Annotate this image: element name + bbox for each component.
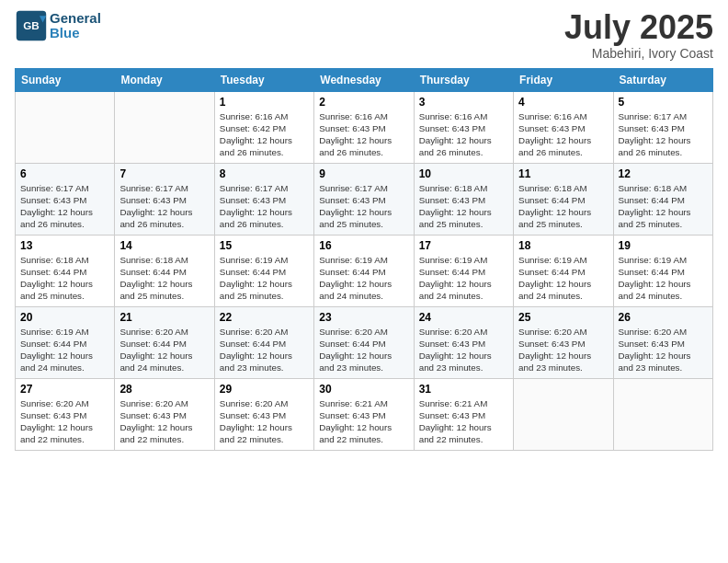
day-number: 3: [419, 96, 508, 109]
day-detail: Sunrise: 6:19 AMSunset: 6:44 PMDaylight:…: [518, 254, 608, 303]
day-detail: Sunrise: 6:17 AMSunset: 6:43 PMDaylight:…: [220, 182, 309, 231]
calendar-cell: 11Sunrise: 6:18 AMSunset: 6:44 PMDayligh…: [514, 163, 613, 235]
day-header-sunday: Sunday: [16, 68, 115, 91]
day-detail: Sunrise: 6:17 AMSunset: 6:43 PMDaylight:…: [119, 182, 209, 231]
day-detail: Sunrise: 6:18 AMSunset: 6:44 PMDaylight:…: [20, 254, 109, 303]
day-detail: Sunrise: 6:18 AMSunset: 6:44 PMDaylight:…: [619, 182, 708, 231]
svg-text:GB: GB: [23, 19, 40, 31]
day-detail: Sunrise: 6:18 AMSunset: 6:44 PMDaylight:…: [518, 182, 608, 231]
day-detail: Sunrise: 6:16 AMSunset: 6:43 PMDaylight:…: [319, 110, 408, 159]
day-number: 23: [319, 311, 408, 324]
day-number: 12: [619, 167, 708, 180]
location: Mabehiri, Ivory Coast: [564, 46, 713, 61]
calendar-cell: 29Sunrise: 6:20 AMSunset: 6:43 PMDayligh…: [214, 378, 313, 450]
day-number: 26: [619, 311, 708, 324]
calendar-cell: 13Sunrise: 6:18 AMSunset: 6:44 PMDayligh…: [16, 235, 115, 306]
calendar-cell: 4Sunrise: 6:16 AMSunset: 6:43 PMDaylight…: [514, 91, 613, 163]
day-detail: Sunrise: 6:20 AMSunset: 6:44 PMDaylight:…: [119, 326, 209, 374]
day-number: 11: [518, 167, 608, 180]
day-detail: Sunrise: 6:17 AMSunset: 6:43 PMDaylight:…: [619, 110, 708, 159]
day-number: 25: [518, 311, 608, 324]
calendar-cell: 26Sunrise: 6:20 AMSunset: 6:43 PMDayligh…: [613, 306, 712, 378]
calendar-cell: 14Sunrise: 6:18 AMSunset: 6:44 PMDayligh…: [115, 235, 214, 306]
day-detail: Sunrise: 6:20 AMSunset: 6:43 PMDaylight:…: [220, 397, 309, 446]
calendar-cell: 25Sunrise: 6:20 AMSunset: 6:43 PMDayligh…: [514, 306, 613, 378]
calendar-cell: 22Sunrise: 6:20 AMSunset: 6:44 PMDayligh…: [214, 306, 313, 378]
day-number: 28: [119, 383, 209, 396]
day-detail: Sunrise: 6:20 AMSunset: 6:43 PMDaylight:…: [518, 326, 608, 374]
day-detail: Sunrise: 6:19 AMSunset: 6:44 PMDaylight:…: [619, 254, 708, 303]
calendar-week-row: 1Sunrise: 6:16 AMSunset: 6:42 PMDaylight…: [16, 91, 713, 163]
calendar-cell: 19Sunrise: 6:19 AMSunset: 6:44 PMDayligh…: [613, 235, 712, 306]
day-header-thursday: Thursday: [414, 68, 513, 91]
month-title: July 2025: [564, 9, 713, 46]
day-number: 13: [20, 239, 109, 252]
day-detail: Sunrise: 6:19 AMSunset: 6:44 PMDaylight:…: [419, 254, 508, 303]
calendar-cell: [514, 378, 613, 450]
calendar-cell: 15Sunrise: 6:19 AMSunset: 6:44 PMDayligh…: [214, 235, 313, 306]
day-detail: Sunrise: 6:19 AMSunset: 6:44 PMDaylight:…: [220, 254, 309, 303]
calendar-cell: 31Sunrise: 6:21 AMSunset: 6:43 PMDayligh…: [414, 378, 513, 450]
day-detail: Sunrise: 6:16 AMSunset: 6:43 PMDaylight:…: [419, 110, 508, 159]
day-header-wednesday: Wednesday: [314, 68, 414, 91]
day-detail: Sunrise: 6:20 AMSunset: 6:43 PMDaylight:…: [119, 397, 209, 446]
day-number: 14: [119, 239, 209, 252]
logo-line1: General: [50, 11, 101, 27]
day-detail: Sunrise: 6:21 AMSunset: 6:43 PMDaylight:…: [419, 397, 508, 446]
calendar-cell: 27Sunrise: 6:20 AMSunset: 6:43 PMDayligh…: [16, 378, 115, 450]
day-number: 16: [319, 239, 408, 252]
day-header-saturday: Saturday: [613, 68, 712, 91]
calendar-cell: 12Sunrise: 6:18 AMSunset: 6:44 PMDayligh…: [613, 163, 712, 235]
calendar-cell: 9Sunrise: 6:17 AMSunset: 6:43 PMDaylight…: [314, 163, 414, 235]
calendar-week-row: 13Sunrise: 6:18 AMSunset: 6:44 PMDayligh…: [16, 235, 713, 306]
day-number: 17: [419, 239, 508, 252]
calendar-cell: 16Sunrise: 6:19 AMSunset: 6:44 PMDayligh…: [314, 235, 414, 306]
logo-line2: Blue: [50, 26, 101, 41]
day-detail: Sunrise: 6:20 AMSunset: 6:43 PMDaylight:…: [419, 326, 508, 374]
calendar-week-row: 27Sunrise: 6:20 AMSunset: 6:43 PMDayligh…: [16, 378, 713, 450]
day-number: 9: [319, 167, 408, 180]
day-detail: Sunrise: 6:17 AMSunset: 6:43 PMDaylight:…: [20, 182, 109, 231]
calendar-cell: 30Sunrise: 6:21 AMSunset: 6:43 PMDayligh…: [314, 378, 414, 450]
logo: GB General Blue: [15, 9, 101, 42]
calendar-cell: 2Sunrise: 6:16 AMSunset: 6:43 PMDaylight…: [314, 91, 414, 163]
day-detail: Sunrise: 6:20 AMSunset: 6:43 PMDaylight:…: [619, 326, 708, 374]
day-detail: Sunrise: 6:18 AMSunset: 6:44 PMDaylight:…: [119, 254, 209, 303]
day-number: 4: [518, 96, 608, 109]
day-number: 22: [220, 311, 309, 324]
day-detail: Sunrise: 6:20 AMSunset: 6:44 PMDaylight:…: [220, 326, 309, 374]
day-number: 31: [419, 383, 508, 396]
day-number: 18: [518, 239, 608, 252]
day-number: 10: [419, 167, 508, 180]
calendar-cell: 24Sunrise: 6:20 AMSunset: 6:43 PMDayligh…: [414, 306, 513, 378]
day-number: 2: [319, 96, 408, 109]
day-detail: Sunrise: 6:19 AMSunset: 6:44 PMDaylight:…: [20, 326, 109, 374]
day-detail: Sunrise: 6:18 AMSunset: 6:43 PMDaylight:…: [419, 182, 508, 231]
calendar-cell: 18Sunrise: 6:19 AMSunset: 6:44 PMDayligh…: [514, 235, 613, 306]
calendar-week-row: 20Sunrise: 6:19 AMSunset: 6:44 PMDayligh…: [16, 306, 713, 378]
calendar-cell: 23Sunrise: 6:20 AMSunset: 6:44 PMDayligh…: [314, 306, 414, 378]
day-detail: Sunrise: 6:20 AMSunset: 6:43 PMDaylight:…: [20, 397, 109, 446]
calendar-cell: 5Sunrise: 6:17 AMSunset: 6:43 PMDaylight…: [613, 91, 712, 163]
calendar-cell: 10Sunrise: 6:18 AMSunset: 6:43 PMDayligh…: [414, 163, 513, 235]
day-detail: Sunrise: 6:16 AMSunset: 6:42 PMDaylight:…: [220, 110, 309, 159]
calendar-cell: 8Sunrise: 6:17 AMSunset: 6:43 PMDaylight…: [214, 163, 313, 235]
calendar-cell: 3Sunrise: 6:16 AMSunset: 6:43 PMDaylight…: [414, 91, 513, 163]
day-number: 5: [619, 96, 708, 109]
day-number: 8: [220, 167, 309, 180]
calendar-week-row: 6Sunrise: 6:17 AMSunset: 6:43 PMDaylight…: [16, 163, 713, 235]
day-header-friday: Friday: [514, 68, 613, 91]
day-number: 15: [220, 239, 309, 252]
calendar-cell: 7Sunrise: 6:17 AMSunset: 6:43 PMDaylight…: [115, 163, 214, 235]
calendar-cell: [613, 378, 712, 450]
day-detail: Sunrise: 6:16 AMSunset: 6:43 PMDaylight:…: [518, 110, 608, 159]
day-number: 19: [619, 239, 708, 252]
calendar-cell: [115, 91, 214, 163]
day-number: 7: [119, 167, 209, 180]
day-number: 21: [119, 311, 209, 324]
day-header-tuesday: Tuesday: [214, 68, 313, 91]
day-detail: Sunrise: 6:21 AMSunset: 6:43 PMDaylight:…: [319, 397, 408, 446]
day-number: 1: [220, 96, 309, 109]
calendar-cell: 6Sunrise: 6:17 AMSunset: 6:43 PMDaylight…: [16, 163, 115, 235]
day-number: 29: [220, 383, 309, 396]
